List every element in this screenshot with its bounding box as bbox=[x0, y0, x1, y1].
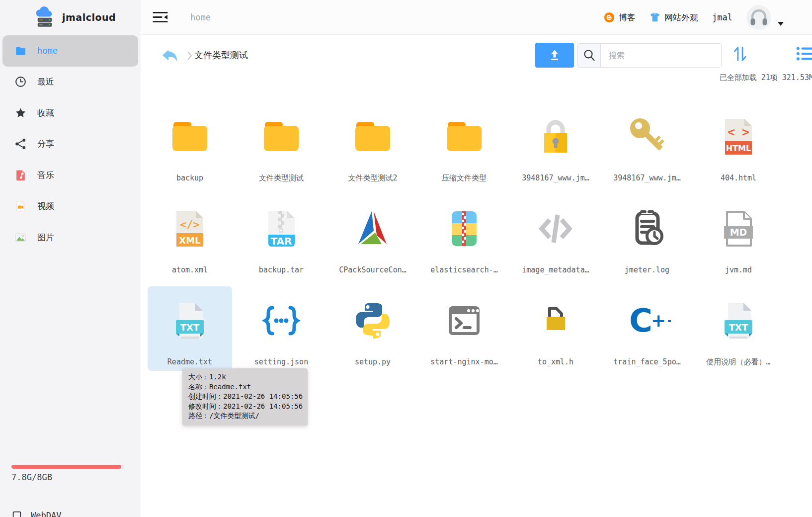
sidebar-item-分享[interactable]: 分享 bbox=[2, 129, 138, 160]
topbar-right: 博客 网站外观 jmal bbox=[604, 0, 771, 35]
file-name: Readme.txt bbox=[148, 357, 232, 366]
file-item[interactable]: CPackSourceCon… bbox=[330, 194, 415, 279]
star-icon bbox=[14, 107, 27, 119]
list-view-icon[interactable] bbox=[796, 45, 812, 62]
file-item[interactable]: elasticsearch-… bbox=[422, 194, 506, 279]
tooltip-modified: 修改时间：2021-02-26 14:05:56 bbox=[188, 402, 302, 412]
file-name: to_xml.h bbox=[513, 357, 598, 366]
breadcrumb-current[interactable]: 文件类型测试 bbox=[194, 49, 248, 61]
file-item[interactable]: XML</> atom.xml bbox=[148, 194, 232, 279]
svg-text:MD: MD bbox=[730, 227, 747, 238]
txt-icon: TXT bbox=[166, 297, 214, 345]
folder-icon bbox=[166, 113, 214, 161]
search-input[interactable] bbox=[601, 44, 721, 67]
log-icon bbox=[623, 205, 671, 253]
topbar: home 博客 网站外观 jmal bbox=[141, 0, 812, 35]
file-item[interactable]: backup bbox=[148, 102, 232, 187]
upload-icon bbox=[547, 48, 562, 63]
file-item[interactable]: C++ train_face_5po… bbox=[605, 286, 689, 371]
file-item[interactable]: to_xml.h bbox=[513, 286, 598, 371]
sidebar-item-home[interactable]: home bbox=[2, 35, 138, 67]
storage-progress-bar bbox=[11, 465, 124, 469]
sidebar-item-webdav[interactable]: WebDAV bbox=[11, 510, 61, 517]
file-item[interactable]: TAR backup.tar bbox=[239, 194, 324, 279]
file-item[interactable]: 文件类型测试 bbox=[239, 102, 324, 187]
image-icon bbox=[14, 231, 27, 244]
blog-label: 博客 bbox=[619, 12, 636, 23]
webdav-label: WebDAV bbox=[31, 511, 61, 517]
file-name: 文件类型测试 bbox=[239, 173, 324, 183]
tooltip-path: 路径：/文件类型测试/ bbox=[188, 411, 302, 421]
file-item[interactable]: setting.json bbox=[239, 286, 324, 371]
storage-widget: 7.8G/8GB bbox=[11, 465, 124, 482]
python-icon bbox=[349, 297, 397, 345]
sidebar-item-图片[interactable]: 图片 bbox=[2, 222, 138, 253]
svg-text:TXT: TXT bbox=[729, 322, 748, 333]
blogger-icon bbox=[604, 12, 615, 23]
file-item[interactable]: MD jvm.md bbox=[696, 194, 781, 279]
clock-icon bbox=[14, 76, 27, 88]
jmalcloud-app: jmalcloud home 最近 收藏 分享 音乐 视频 图片 7.8G/8G… bbox=[0, 0, 812, 517]
file-name: 3948167_www.jm… bbox=[605, 173, 689, 182]
sidebar-item-收藏[interactable]: 收藏 bbox=[2, 97, 138, 129]
sidebar-item-最近[interactable]: 最近 bbox=[2, 67, 138, 98]
file-item[interactable]: TXT 使用说明（必看）… bbox=[696, 286, 781, 371]
json-icon bbox=[257, 297, 305, 345]
back-button[interactable] bbox=[161, 47, 179, 64]
avatar[interactable] bbox=[746, 5, 771, 30]
archive-icon bbox=[440, 205, 488, 253]
app-logo[interactable]: jmalcloud bbox=[0, 0, 141, 35]
file-name: image_metadata… bbox=[513, 265, 598, 274]
file-name: jvm.md bbox=[696, 265, 781, 274]
webdav-icon bbox=[11, 510, 22, 517]
xml-icon: XML</> bbox=[166, 205, 214, 253]
md-icon: MD bbox=[715, 205, 762, 253]
file-name: 3948167_www.jm… bbox=[513, 173, 598, 182]
file-item[interactable]: jmeter.log bbox=[605, 194, 689, 279]
menu-fold-icon[interactable] bbox=[153, 10, 168, 24]
svg-text:< >: < > bbox=[728, 125, 749, 139]
file-item[interactable]: 3948167_www.jm… bbox=[513, 102, 598, 187]
sidebar-item-视频[interactable]: 视频 bbox=[2, 191, 138, 222]
tar-icon: TAR bbox=[257, 205, 305, 253]
file-grid: backup 文件类型测试 文件类型测试2 压缩文件类型 3948167_www… bbox=[148, 102, 781, 371]
svg-text:++: ++ bbox=[651, 310, 671, 331]
svg-text:TXT: TXT bbox=[180, 322, 200, 333]
file-item[interactable]: TXT Readme.txt bbox=[148, 286, 232, 371]
hfile-icon bbox=[532, 297, 579, 345]
file-item[interactable]: start-nginx-mo… bbox=[422, 286, 506, 371]
sidebar: jmalcloud home 最近 收藏 分享 音乐 视频 图片 7.8G/8G… bbox=[0, 0, 141, 517]
music-icon bbox=[14, 169, 27, 181]
breadcrumb-root[interactable]: home bbox=[190, 0, 211, 35]
file-name: train_face_5po… bbox=[605, 357, 689, 366]
tshirt-icon bbox=[650, 12, 660, 23]
upload-button[interactable] bbox=[535, 43, 574, 68]
site-appearance-link[interactable]: 网站外观 bbox=[650, 12, 698, 23]
caret-down-icon[interactable] bbox=[778, 22, 784, 26]
sidebar-item-音乐[interactable]: 音乐 bbox=[2, 160, 138, 191]
file-name: 文件类型测试2 bbox=[330, 173, 415, 183]
search-icon[interactable] bbox=[578, 44, 601, 67]
cmake-icon bbox=[349, 205, 397, 253]
html-icon: HTML< > bbox=[715, 113, 762, 161]
file-item[interactable]: setup.py bbox=[330, 286, 415, 371]
share-icon bbox=[14, 138, 27, 150]
storage-usage-text: 7.8G/8GB bbox=[11, 472, 124, 482]
blog-link[interactable]: 博客 bbox=[604, 12, 636, 23]
file-name: setting.json bbox=[239, 357, 324, 366]
file-name: jmeter.log bbox=[605, 265, 689, 274]
folder-icon bbox=[349, 113, 397, 161]
file-item[interactable]: 压缩文件类型 bbox=[422, 102, 506, 187]
code-icon bbox=[532, 205, 579, 253]
storage-progress-fill bbox=[11, 465, 121, 469]
tooltip-size: 大小：1.2k bbox=[188, 372, 302, 382]
sidebar-menu: home 最近 收藏 分享 音乐 视频 图片 bbox=[2, 35, 138, 253]
file-name: 404.html bbox=[696, 173, 781, 182]
sort-icon[interactable] bbox=[732, 45, 748, 63]
file-item[interactable]: image_metadata… bbox=[513, 194, 598, 279]
svg-text:TAR: TAR bbox=[271, 235, 292, 247]
file-item[interactable]: 文件类型测试2 bbox=[330, 102, 415, 187]
file-name: backup bbox=[148, 173, 232, 182]
file-item[interactable]: HTML< > 404.html bbox=[696, 102, 781, 187]
file-item[interactable]: 3948167_www.jm… bbox=[605, 102, 689, 187]
